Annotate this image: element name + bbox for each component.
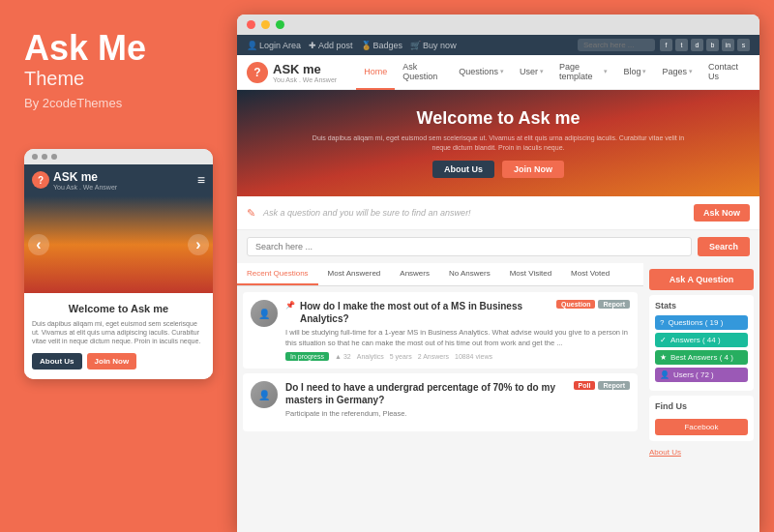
- nav-user[interactable]: User ▾: [512, 55, 551, 90]
- behance-icon[interactable]: b: [706, 39, 719, 51]
- badges-link[interactable]: 🏅 Badges: [361, 41, 403, 50]
- poll-badge: Poll: [574, 381, 596, 390]
- question-header: 📌 How do I make the most out of a MS in …: [285, 300, 630, 325]
- browser-maximize-dot[interactable]: [276, 20, 284, 29]
- users-icon: 👤: [660, 370, 670, 379]
- question-text: Participate in the referendum, Please.: [285, 409, 630, 420]
- nav-pages[interactable]: Pages ▾: [654, 55, 700, 90]
- nav-questions[interactable]: Questions ▾: [451, 55, 512, 90]
- time-ago: 5 years: [390, 353, 412, 360]
- pencil-icon: ✎: [247, 207, 255, 220]
- mobile-buttons: About Us Join Now: [32, 353, 205, 369]
- logo-icon: ?: [247, 62, 268, 83]
- mobile-welcome-title: Welcome to Ask me: [32, 303, 205, 314]
- mobile-dot-2: [42, 154, 47, 160]
- nav-home[interactable]: Home: [356, 55, 395, 90]
- report-badge[interactable]: Report: [598, 300, 630, 309]
- mobile-header: ? ASK me You Ask . We Answer ≡: [24, 164, 213, 196]
- dribbble-icon[interactable]: d: [691, 39, 703, 51]
- brand-subtitle: Theme: [24, 68, 213, 90]
- search-input[interactable]: [247, 237, 692, 256]
- report-badge[interactable]: Report: [598, 381, 630, 390]
- ask-question-button[interactable]: Ask A Question: [649, 269, 754, 290]
- find-us-button[interactable]: Facebook: [655, 419, 748, 435]
- tab-most-answered[interactable]: Most Answered: [318, 263, 391, 285]
- site-logo: ? ASK me You Ask . We Answer: [247, 62, 337, 83]
- answers-stat: ✓ Answers ( 44 ): [655, 333, 748, 347]
- question-text: I will be studying full-time for a 1-yea…: [285, 328, 630, 348]
- questions-tabs: Recent Questions Most Answered Answers N…: [237, 263, 643, 286]
- question-card: 👤 Do I need to have a undergrad percenta…: [243, 373, 638, 431]
- skype-icon[interactable]: s: [737, 39, 750, 51]
- twitter-icon[interactable]: t: [675, 39, 688, 51]
- question-body: Do I need to have a undergrad percentage…: [285, 381, 630, 424]
- mobile-dot-1: [32, 154, 38, 160]
- chevron-down-icon: ▾: [642, 68, 646, 75]
- find-us-box: Find Us Facebook: [649, 396, 754, 441]
- mobile-join-button[interactable]: Join Now: [87, 353, 137, 369]
- brand-title: Ask Me: [24, 29, 213, 68]
- find-us-title: Find Us: [655, 401, 748, 411]
- stats-title: Stats: [655, 301, 748, 310]
- category: Analytics: [357, 353, 384, 360]
- sidebar: Ask A Question Stats ? Questions ( 19 ) …: [643, 263, 759, 532]
- tab-most-visited[interactable]: Most Visited: [500, 263, 561, 285]
- browser-minimize-dot[interactable]: [261, 20, 270, 29]
- site-hero: Welcome to Ask me Duis dapibus aliqam mi…: [237, 90, 759, 196]
- avatar: 👤: [251, 300, 278, 327]
- stats-box: Stats ? Questions ( 19 ) ✓ Answers ( 44 …: [649, 295, 754, 391]
- tab-most-voted[interactable]: Most Voted: [561, 263, 619, 285]
- tab-no-answers[interactable]: No Answers: [439, 263, 500, 285]
- prev-slide-button[interactable]: ‹: [28, 234, 49, 255]
- topbar-links: 👤 Login Area ✚ Add post 🏅 Badges 🛒 Buy n…: [247, 41, 457, 50]
- mobile-about-button[interactable]: About Us: [32, 353, 82, 369]
- chevron-down-icon: ▾: [540, 68, 544, 75]
- browser-mockup: 👤 Login Area ✚ Add post 🏅 Badges 🛒 Buy n…: [237, 15, 759, 532]
- browser-close-dot[interactable]: [247, 20, 255, 29]
- question-title[interactable]: Do I need to have a undergrad percentage…: [285, 381, 569, 406]
- badge-icon: 🏅: [361, 41, 372, 50]
- question-body: 📌 How do I make the most out of a MS in …: [285, 300, 630, 361]
- nav-contact[interactable]: Contact Us: [700, 55, 750, 90]
- about-us-button[interactable]: About Us: [432, 161, 494, 178]
- chevron-down-icon: ▾: [500, 68, 504, 75]
- chevron-down-icon: ▾: [604, 68, 608, 75]
- ask-now-button[interactable]: Ask Now: [694, 204, 750, 222]
- brand-by: By 2codeThemes: [24, 96, 213, 110]
- tab-recent-questions[interactable]: Recent Questions: [237, 263, 318, 285]
- facebook-icon[interactable]: f: [660, 39, 672, 51]
- cart-icon: 🛒: [410, 41, 421, 50]
- question-icon: ?: [660, 318, 664, 327]
- main-content: Recent Questions Most Answered Answers N…: [237, 263, 759, 532]
- buy-now-link[interactable]: 🛒 Buy now: [410, 41, 457, 50]
- question-header: Do I need to have a undergrad percentage…: [285, 381, 630, 406]
- about-us-link[interactable]: About Us: [649, 446, 754, 458]
- question-badges: Question Report: [556, 300, 630, 309]
- thumb-icon: ▲: [335, 353, 342, 360]
- mobile-logo-icon: ?: [32, 171, 49, 189]
- answer-icon: ✓: [660, 336, 667, 344]
- nav-blog[interactable]: Blog ▾: [615, 55, 654, 90]
- nav-page-template[interactable]: Page template ▾: [551, 55, 615, 90]
- tab-answers[interactable]: Answers: [390, 263, 439, 285]
- site-logo-tagline: You Ask . We Answer: [273, 76, 337, 83]
- nav-ask-question[interactable]: Ask Question: [395, 55, 451, 90]
- question-title[interactable]: How do I make the most out of a MS in Bu…: [300, 300, 551, 325]
- linkedin-icon[interactable]: in: [722, 39, 734, 51]
- add-post-link[interactable]: ✚ Add post: [309, 41, 353, 50]
- question-card: 👤 📌 How do I make the most out of a MS i…: [243, 292, 638, 369]
- topbar-search-input[interactable]: [578, 39, 655, 51]
- join-now-button[interactable]: Join Now: [502, 161, 564, 178]
- nav-items: Home Ask Question Questions ▾ User ▾ Pag…: [356, 55, 750, 90]
- search-button[interactable]: Search: [698, 237, 750, 256]
- hero-buttons: About Us Join Now: [432, 161, 564, 178]
- questions-stat: ? Questions ( 19 ): [655, 315, 748, 330]
- questions-list: 👤 📌 How do I make the most out of a MS i…: [237, 286, 643, 532]
- mobile-hero: ‹ ›: [24, 196, 213, 293]
- mobile-lorem-text: Duis dapibus aliqam mi, eget euismod sem…: [32, 319, 205, 345]
- vote-count: ▲ 32: [335, 353, 351, 360]
- question-badge: Question: [556, 300, 595, 309]
- hamburger-icon[interactable]: ≡: [197, 172, 205, 188]
- login-area-link[interactable]: 👤 Login Area: [247, 41, 301, 50]
- next-slide-button[interactable]: ›: [188, 234, 209, 255]
